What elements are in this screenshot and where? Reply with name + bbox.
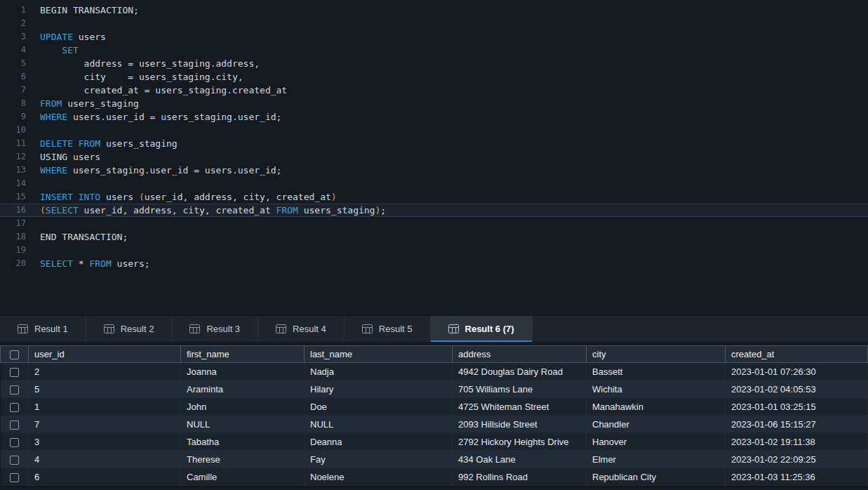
cell-city[interactable]: Manahawkin (587, 398, 726, 416)
row-select-cell[interactable] (1, 451, 29, 468)
cell-created_at[interactable]: 2023-01-03 11:25:36 (726, 468, 868, 486)
table-row[interactable]: 5AramintaHilary705 Williams LaneWichita2… (1, 380, 868, 398)
cell-last_name[interactable]: Deanna (305, 433, 453, 451)
row-checkbox[interactable] (10, 385, 19, 395)
select-all-header-cell[interactable] (1, 346, 29, 363)
cell-address[interactable]: 2093 Hillside Street (453, 416, 587, 433)
table-row[interactable]: 4ThereseFay434 Oak LaneElmer2023-01-02 2… (1, 451, 868, 468)
cell-user_id[interactable]: 3 (29, 433, 181, 451)
editor-line[interactable]: 3UPDATE users (0, 30, 868, 44)
cell-user_id[interactable]: 5 (29, 380, 181, 398)
column-header-first_name[interactable]: first_name (181, 346, 305, 363)
editor-line[interactable]: 2 (0, 17, 868, 30)
cell-address[interactable]: 434 Oak Lane (453, 451, 587, 468)
editor-line[interactable]: 15INSERT INTO users (user_id, address, c… (0, 190, 868, 204)
column-header-city[interactable]: city (587, 346, 726, 363)
table-row[interactable]: 3TabathaDeanna2792 Hickory Heights Drive… (1, 433, 868, 451)
editor-line[interactable]: 14 (0, 177, 868, 190)
cell-created_at[interactable]: 2023-01-01 03:25:15 (726, 398, 868, 416)
cell-city[interactable]: Elmer (587, 451, 726, 468)
cell-address[interactable]: 992 Rollins Road (453, 468, 587, 486)
row-select-cell[interactable] (1, 433, 29, 451)
tab-result-1[interactable]: Result 1 (0, 316, 86, 342)
editor-line[interactable]: 9WHERE users.user_id = users_staging.use… (0, 110, 868, 124)
editor-line[interactable]: 10 (0, 124, 868, 137)
cell-created_at[interactable]: 2023-01-02 22:09:25 (726, 451, 868, 468)
tab-result-3[interactable]: Result 3 (172, 316, 258, 342)
cell-created_at[interactable]: 2023-01-06 15:15:27 (726, 416, 868, 433)
line-number: 12 (0, 150, 26, 164)
row-checkbox[interactable] (10, 368, 19, 377)
row-select-cell[interactable] (1, 416, 29, 433)
table-row[interactable]: 7NULLNULL2093 Hillside StreetChandler202… (1, 416, 868, 433)
cell-created_at[interactable]: 2023-01-02 19:11:38 (726, 433, 868, 451)
editor-line[interactable]: 11DELETE FROM users_staging (0, 137, 868, 150)
cell-first_name[interactable]: Therese (181, 451, 305, 468)
cell-address[interactable]: 4942 Douglas Dairy Road (453, 363, 587, 380)
cell-user_id[interactable]: 1 (29, 398, 181, 416)
column-header-last_name[interactable]: last_name (305, 346, 453, 363)
editor-line[interactable]: 6 city = users_staging.city, (0, 70, 868, 84)
cell-last_name[interactable]: Fay (305, 451, 453, 468)
editor-line[interactable]: 4 SET (0, 44, 868, 57)
cell-first_name[interactable]: Camille (181, 468, 305, 486)
row-checkbox[interactable] (10, 456, 19, 465)
editor-line[interactable]: 12USING users (0, 150, 868, 164)
tab-result-6-7[interactable]: Result 6 (7) (431, 316, 533, 342)
cell-created_at[interactable]: 2023-01-01 07:26:30 (726, 363, 868, 380)
cell-last_name[interactable]: Doe (305, 398, 453, 416)
cell-last_name[interactable]: Hilary (305, 380, 453, 398)
cell-city[interactable]: Republican City (587, 468, 726, 486)
cell-first_name[interactable]: Tabatha (181, 433, 305, 451)
editor-line[interactable]: 20SELECT * FROM users; (0, 257, 868, 270)
editor-line[interactable]: 1BEGIN TRANSACTION; (0, 4, 868, 17)
cell-city[interactable]: Hanover (587, 433, 726, 451)
cell-user_id[interactable]: 7 (29, 416, 181, 433)
cell-user_id[interactable]: 4 (29, 451, 181, 468)
row-select-cell[interactable] (1, 363, 29, 380)
editor-line[interactable]: 8FROM users_staging (0, 97, 868, 110)
cell-first_name[interactable]: Araminta (181, 380, 305, 398)
cell-city[interactable]: Bassett (587, 363, 726, 380)
editor-line[interactable]: 16(SELECT user_id, address, city, create… (0, 204, 868, 217)
editor-line[interactable]: 19 (0, 244, 868, 257)
tab-result-5[interactable]: Result 5 (345, 316, 431, 342)
cell-first_name[interactable]: John (181, 398, 305, 416)
editor-line[interactable]: 13WHERE users_staging.user_id = users.us… (0, 164, 868, 177)
tab-result-2[interactable]: Result 2 (86, 316, 173, 342)
row-select-cell[interactable] (1, 468, 29, 486)
cell-user_id[interactable]: 2 (29, 363, 181, 380)
cell-last_name[interactable]: NULL (305, 416, 453, 433)
tab-result-4[interactable]: Result 4 (258, 316, 345, 342)
sql-editor[interactable]: 1BEGIN TRANSACTION;23UPDATE users4 SET5 … (0, 0, 868, 315)
editor-line[interactable]: 18END TRANSACTION; (0, 230, 868, 244)
row-select-cell[interactable] (1, 398, 29, 416)
column-header-user_id[interactable]: user_id (29, 346, 181, 363)
cell-city[interactable]: Wichita (587, 380, 726, 398)
row-checkbox[interactable] (10, 438, 19, 447)
cell-user_id[interactable]: 6 (29, 468, 181, 486)
row-checkbox[interactable] (10, 473, 19, 482)
editor-line[interactable]: 17 (0, 217, 868, 230)
cell-address[interactable]: 705 Williams Lane (453, 380, 587, 398)
cell-address[interactable]: 2792 Hickory Heights Drive (453, 433, 587, 451)
column-header-address[interactable]: address (453, 346, 587, 363)
column-header-created_at[interactable]: created_at (726, 346, 868, 363)
table-row[interactable]: 2JoannaNadja4942 Douglas Dairy RoadBasse… (1, 363, 868, 380)
code-text: (SELECT user_id, address, city, created_… (26, 204, 386, 217)
cell-last_name[interactable]: Noelene (305, 468, 453, 486)
cell-city[interactable]: Chandler (587, 416, 726, 433)
row-checkbox[interactable] (10, 403, 19, 412)
cell-last_name[interactable]: Nadja (305, 363, 453, 380)
editor-line[interactable]: 7 created_at = users_staging.created_at (0, 84, 868, 97)
row-select-cell[interactable] (1, 380, 29, 398)
cell-first_name[interactable]: NULL (181, 416, 305, 433)
cell-address[interactable]: 4725 Whiteman Street (453, 398, 587, 416)
cell-created_at[interactable]: 2023-01-02 04:05:53 (726, 380, 868, 398)
table-row[interactable]: 1JohnDoe4725 Whiteman StreetManahawkin20… (1, 398, 868, 416)
editor-line[interactable]: 5 address = users_staging.address, (0, 57, 868, 70)
table-row[interactable]: 6CamilleNoelene992 Rollins RoadRepublica… (1, 468, 868, 486)
row-checkbox[interactable] (10, 421, 19, 430)
select-all-checkbox[interactable] (10, 350, 19, 359)
cell-first_name[interactable]: Joanna (181, 363, 305, 380)
